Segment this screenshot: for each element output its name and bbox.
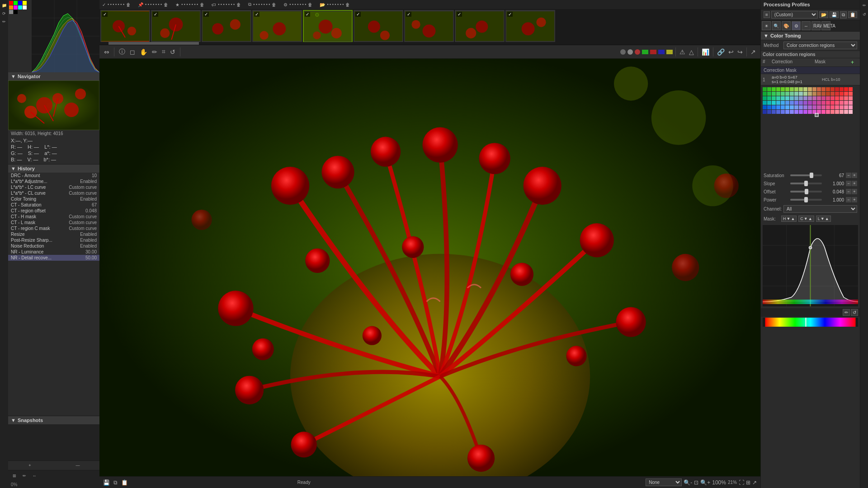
sidebar-editor-icon[interactable]: ✏ xyxy=(0,18,8,25)
crop-button[interactable]: ⌗ xyxy=(161,47,166,56)
mask-h-button[interactable]: H ▼ ▲ xyxy=(781,216,797,222)
history-item-nrdet[interactable]: NR - Detail recove... 50.00 xyxy=(8,255,99,261)
slope-track[interactable] xyxy=(790,183,822,184)
color-picker-button[interactable]: ◻ xyxy=(129,47,136,56)
status-save-button[interactable]: 💾 xyxy=(103,479,110,486)
undo-button[interactable]: ↪ xyxy=(736,47,744,56)
curve-area[interactable] xyxy=(763,225,858,306)
profile-save-btn[interactable]: 💾 xyxy=(830,11,839,18)
right-tab-color[interactable]: 🎨 xyxy=(782,21,791,30)
swatch-white[interactable] xyxy=(23,5,27,9)
color-mode-4[interactable] xyxy=(666,50,673,54)
status-zoom-100-button[interactable]: 100% xyxy=(712,479,726,486)
method-select[interactable]: Color correction regions Hue/Saturation … xyxy=(783,42,857,49)
bottom-icon-3[interactable]: ↔ xyxy=(31,472,38,479)
swatch-red[interactable] xyxy=(9,1,13,5)
color-mode-1[interactable] xyxy=(642,50,648,54)
power-thumb[interactable] xyxy=(804,197,808,202)
history-header[interactable]: ▼ History xyxy=(8,164,99,173)
history-item-nr[interactable]: Noise Reduction Enabled xyxy=(8,243,99,249)
thumb-1[interactable]: ✓ xyxy=(100,10,150,42)
status-zoom-in-button[interactable]: 🔍+ xyxy=(700,479,710,486)
image-viewer[interactable] xyxy=(99,59,760,476)
swatch-gray[interactable] xyxy=(9,10,13,14)
thumb-3[interactable]: ✓ xyxy=(202,10,251,42)
history-item-resize[interactable]: Resize Enabled xyxy=(8,231,99,237)
history-list[interactable]: DRC - Amount 10 L*a*b* Adjustme... Enabl… xyxy=(8,173,99,416)
thumb-9[interactable]: ✓ xyxy=(505,10,555,42)
swatch-blue[interactable] xyxy=(18,1,22,5)
history-item-lab2[interactable]: L*a*b* - LC curve Custom curve xyxy=(8,184,99,190)
right-side-pencil-icon[interactable]: ✏ xyxy=(861,2,868,9)
slope-plus[interactable]: + xyxy=(852,181,857,186)
slope-minus[interactable]: − xyxy=(846,181,851,186)
filmstrip-scrollbar[interactable] xyxy=(99,42,760,45)
status-expand-button[interactable]: ⊞ xyxy=(746,479,750,486)
thumb-6[interactable]: ✓ xyxy=(354,10,403,42)
hue-selector[interactable] xyxy=(763,318,858,327)
filmstrip-label-icon[interactable]: 🏷 xyxy=(211,2,217,8)
slope-thumb[interactable] xyxy=(804,181,808,186)
mask-c-button[interactable]: C ▼ ▲ xyxy=(798,216,814,222)
sync-button[interactable]: ↩ xyxy=(727,47,735,56)
filmstrip-folder-icon[interactable]: 📂 xyxy=(319,2,326,8)
mask-l-button[interactable]: L ▼ ▲ xyxy=(816,216,831,222)
filmstrip-thumbs[interactable]: ✓ ✓ ✓ ✓ xyxy=(99,9,760,42)
status-dropdown[interactable]: None xyxy=(646,479,682,486)
color-mode-2[interactable] xyxy=(650,50,656,54)
profile-paste-btn[interactable]: 📋 xyxy=(848,11,857,18)
profile-copy-btn[interactable]: ⧉ xyxy=(840,11,847,19)
filmstrip-trash-icon[interactable]: 🗑 xyxy=(125,2,132,8)
history-item-ctsat[interactable]: CT - Saturation 67 xyxy=(8,202,99,208)
bottom-icon-1[interactable]: ⊞ xyxy=(11,472,18,479)
right-tab-exposure[interactable]: ☀ xyxy=(762,21,771,30)
status-copy-button[interactable]: ⧉ xyxy=(113,479,118,486)
status-paste-button[interactable]: 📋 xyxy=(121,479,128,486)
offset-thumb[interactable] xyxy=(805,189,808,194)
thumb-4[interactable]: ✓ xyxy=(252,10,302,42)
history-item-ctoffset[interactable]: CT - region offset 0.048 xyxy=(8,208,99,214)
right-tab-transform[interactable]: ↔ xyxy=(802,21,811,30)
profile-list-btn[interactable]: ≡ xyxy=(764,11,770,18)
curve-edit-button[interactable]: ✏ xyxy=(843,309,850,316)
filmstrip-copy-icon[interactable]: ⧉ xyxy=(247,1,252,8)
swatch-orange[interactable] xyxy=(9,5,13,9)
bottom-icon-2[interactable]: ✏ xyxy=(21,472,28,479)
filmstrip-gear-icon[interactable]: ⚙ xyxy=(283,2,288,8)
saturation-thumb[interactable] xyxy=(810,173,813,178)
snapshots-header[interactable]: ▼ Snapshots xyxy=(8,416,99,424)
profile-select[interactable]: (Custom) xyxy=(771,11,818,19)
filmstrip-trash6-icon[interactable]: 🗑 xyxy=(307,2,313,8)
swatch-green[interactable] xyxy=(14,1,18,5)
offset-minus[interactable]: − xyxy=(846,189,851,194)
saturation-minus[interactable]: − xyxy=(846,173,851,178)
profile-load-btn[interactable]: 📂 xyxy=(819,11,828,18)
color-wheel-grid[interactable] xyxy=(763,87,857,169)
navigator-header[interactable]: ▼ Navigator xyxy=(8,72,99,80)
filmstrip-trash4-icon[interactable]: 🗑 xyxy=(236,2,242,8)
exposure-light-btn[interactable] xyxy=(635,49,640,55)
curve-reset-button[interactable]: ↺ xyxy=(851,309,858,316)
history-item-nrlum[interactable]: NR - Luminance 30.00 xyxy=(8,249,99,255)
filmstrip-trash5-icon[interactable]: 🗑 xyxy=(271,2,277,8)
thumb-8[interactable]: ✓ xyxy=(455,10,505,42)
exposure-dark-btn[interactable] xyxy=(620,49,626,55)
highlight-icon[interactable]: △ xyxy=(688,47,695,56)
power-minus[interactable]: − xyxy=(846,197,851,202)
filmstrip-trash2-icon[interactable]: 🗑 xyxy=(163,2,169,8)
power-plus[interactable]: + xyxy=(852,197,857,202)
filmstrip-pin-icon[interactable]: 📌 xyxy=(137,2,144,8)
saturation-plus[interactable]: + xyxy=(852,173,857,178)
swatch-black[interactable] xyxy=(14,10,18,14)
right-side-reset-icon[interactable]: ↺ xyxy=(861,11,868,18)
filmstrip-scroll-thumb[interactable] xyxy=(108,42,199,45)
sidebar-queue-icon[interactable]: ⟳ xyxy=(0,10,8,17)
offset-plus[interactable]: + xyxy=(852,189,857,194)
status-zoom-fit-button[interactable]: ⊡ xyxy=(694,479,698,486)
color-toning-header[interactable]: ▼ Color Toning xyxy=(761,32,860,40)
history-item-cthmask[interactable]: CT - H mask Custom curve xyxy=(8,214,99,220)
lock-button[interactable]: 🔗 xyxy=(716,47,726,56)
offset-track[interactable] xyxy=(790,191,822,192)
rotate-button[interactable]: ↺ xyxy=(169,47,176,56)
history-item-drc[interactable]: DRC - Amount 10 xyxy=(8,173,99,178)
